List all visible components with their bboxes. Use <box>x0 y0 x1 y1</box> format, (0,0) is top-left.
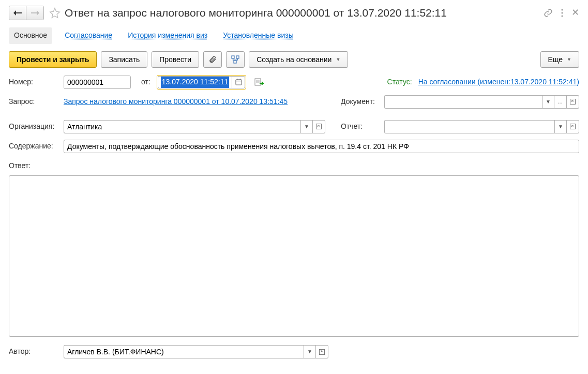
answer-label: Ответ: <box>9 161 61 171</box>
from-label: от: <box>141 77 150 87</box>
author-open-button[interactable] <box>316 345 328 358</box>
request-link[interactable]: Запрос налогового мониторинга 000000001 … <box>64 97 288 107</box>
post-and-close-button[interactable]: Провести и закрыть <box>9 51 97 68</box>
page-title: Ответ на запрос налогового мониторинга 0… <box>65 5 539 20</box>
arrow-left-icon <box>13 10 22 16</box>
save-button[interactable]: Записать <box>101 51 147 68</box>
chevron-down-icon: ▼ <box>336 57 340 62</box>
svg-rect-5 <box>234 61 236 63</box>
content-input[interactable] <box>64 140 579 153</box>
chevron-down-icon: ▼ <box>307 348 312 355</box>
svg-point-2 <box>561 15 563 17</box>
author-dropdown-button[interactable]: ▼ <box>304 345 316 358</box>
ellipsis-icon: … <box>557 98 563 106</box>
document-open-button[interactable] <box>567 95 579 109</box>
request-label: Запрос: <box>9 97 61 107</box>
nav-forward-button[interactable] <box>26 6 43 20</box>
report-input[interactable] <box>384 120 554 133</box>
header-actions: ✕ <box>544 6 579 19</box>
document-dropdown-button[interactable]: ▼ <box>542 95 554 109</box>
tab-visa-history[interactable]: История изменения виз <box>125 28 210 43</box>
tab-main[interactable]: Основное <box>9 27 52 44</box>
document-arrow-icon <box>254 78 264 86</box>
open-icon <box>316 124 322 129</box>
kebab-menu-icon[interactable] <box>561 9 563 17</box>
org-dropdown-button[interactable]: ▼ <box>300 120 313 133</box>
arrow-right-icon <box>31 10 39 16</box>
status-link[interactable]: На согласовании (изменен:13.07.2020 11:5… <box>418 77 579 87</box>
answer-textarea[interactable] <box>9 175 579 337</box>
structure-icon <box>231 55 239 64</box>
open-icon <box>570 99 576 104</box>
tab-visas-set[interactable]: Установленные визы <box>220 28 297 43</box>
org-label: Организация: <box>9 122 61 132</box>
nav-back-button[interactable] <box>9 6 26 20</box>
org-input[interactable] <box>64 120 300 133</box>
send-button[interactable] <box>254 78 264 86</box>
create-based-on-button[interactable]: Создать на основании ▼ <box>249 51 348 68</box>
calendar-button[interactable] <box>232 76 245 88</box>
date-input[interactable]: 13.07.2020 11:52:11 <box>158 76 232 88</box>
toolbar: Провести и закрыть Записать Провести Соз… <box>9 51 579 68</box>
date-value: 13.07.2020 11:52:11 <box>161 77 229 88</box>
number-label: Номер: <box>9 77 61 87</box>
link-icon[interactable] <box>544 8 553 18</box>
date-field-highlight: 13.07.2020 11:52:11 <box>157 75 246 89</box>
more-button[interactable]: Еще ▼ <box>540 51 579 68</box>
calendar-icon <box>235 79 242 85</box>
open-icon <box>570 124 576 129</box>
two-column-block: Запрос: Запрос налогового мониторинга 00… <box>9 95 579 139</box>
nav-buttons <box>9 6 44 20</box>
document-select-button[interactable]: … <box>554 95 567 109</box>
status-label: Статус: <box>387 77 412 87</box>
report-open-button[interactable] <box>567 120 579 133</box>
chevron-down-icon: ▼ <box>546 98 551 106</box>
tabs: Основное Согласование История изменения … <box>9 27 579 44</box>
more-label: Еще <box>548 55 563 64</box>
favorite-star-icon[interactable] <box>49 7 61 19</box>
svg-rect-6 <box>236 80 242 85</box>
attach-button[interactable] <box>203 51 222 68</box>
tab-approval[interactable]: Согласование <box>62 28 115 43</box>
number-input[interactable] <box>64 76 131 89</box>
row-number-status: Номер: от: 13.07.2020 11:52:11 Статус: Н… <box>9 75 579 89</box>
report-dropdown-button[interactable]: ▼ <box>554 120 567 133</box>
svg-rect-4 <box>236 56 239 58</box>
svg-rect-3 <box>232 56 234 58</box>
author-input[interactable] <box>64 345 304 358</box>
chevron-down-icon: ▼ <box>304 123 309 130</box>
svg-point-1 <box>561 12 563 13</box>
header-bar: Ответ на запрос налогового мониторинга 0… <box>9 5 579 20</box>
close-icon[interactable]: ✕ <box>571 6 579 19</box>
document-label: Документ: <box>341 97 381 107</box>
chevron-down-icon: ▼ <box>558 123 563 130</box>
document-input[interactable] <box>384 95 542 109</box>
report-label: Отчет: <box>341 122 381 132</box>
open-icon <box>319 349 325 355</box>
content-label: Содержание: <box>9 141 61 152</box>
chevron-down-icon: ▼ <box>567 57 571 62</box>
author-label: Автор: <box>9 347 61 357</box>
create-based-label: Создать на основании <box>257 55 331 64</box>
structure-button[interactable] <box>226 51 245 68</box>
paperclip-icon <box>208 55 217 64</box>
org-open-button[interactable] <box>313 120 325 133</box>
svg-point-0 <box>561 9 563 10</box>
post-button[interactable]: Провести <box>152 51 199 68</box>
